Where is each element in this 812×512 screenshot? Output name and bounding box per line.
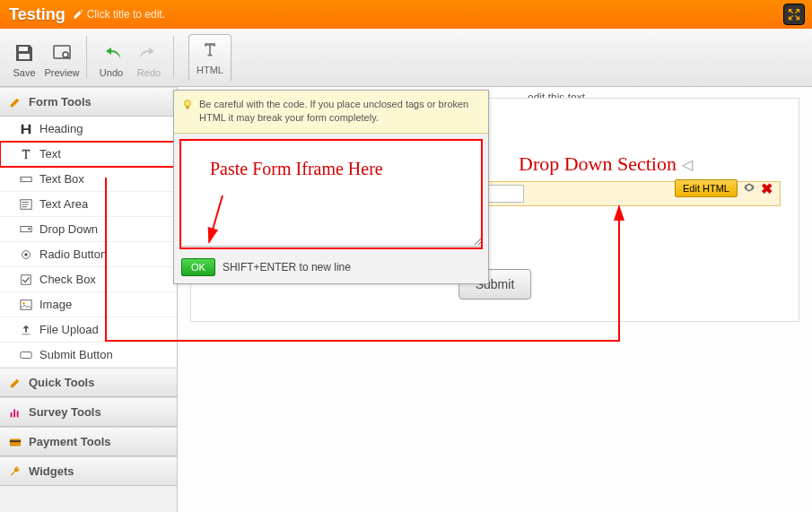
svg-rect-12: [10, 438, 21, 446]
sidebar-item-checkbox[interactable]: Check Box: [0, 267, 177, 292]
popup-footer: OK SHIFT+ENTER to new line: [174, 255, 488, 283]
shift-enter-hint: SHIFT+ENTER to new line: [223, 261, 351, 273]
chart-icon: [9, 406, 22, 419]
svg-rect-9: [21, 299, 31, 309]
svg-rect-8: [22, 274, 31, 284]
field-tools: Edit HTML ✖: [675, 179, 773, 197]
svg-rect-0: [24, 48, 26, 50]
sidebar-item-dropdown[interactable]: Drop Down: [0, 217, 177, 242]
checkbox-icon: [20, 273, 32, 286]
edit-html-button[interactable]: Edit HTML: [675, 179, 738, 197]
section-quick-tools[interactable]: Quick Tools: [0, 368, 177, 397]
sidebar-item-textarea[interactable]: Text Area: [0, 192, 177, 217]
annotation-dropdown: Drop Down Section ◁: [519, 152, 693, 176]
app-header: Testing Click title to edit.: [0, 0, 812, 29]
section-form-tools[interactable]: Form Tools: [0, 87, 177, 117]
section-widgets[interactable]: Widgets: [0, 456, 177, 486]
form-canvas: edit this text... Drop Down Section ◁ Ed…: [178, 87, 812, 512]
upload-icon: [20, 324, 32, 336]
form-title[interactable]: Testing: [9, 5, 65, 24]
svg-rect-13: [10, 440, 21, 442]
svg-point-14: [185, 100, 191, 107]
sidebar-item-submit[interactable]: Submit Button: [0, 343, 177, 368]
preview-icon: [51, 42, 73, 64]
redo-icon: [138, 42, 160, 64]
redo-button[interactable]: Redo: [130, 37, 168, 78]
ok-button[interactable]: OK: [181, 258, 215, 276]
svg-point-7: [24, 253, 28, 256]
collapse-icon: ◁: [682, 156, 693, 173]
pencil-icon: [9, 96, 22, 108]
sidebar-item-heading[interactable]: Heading: [0, 117, 177, 142]
dropdown-icon: [20, 223, 32, 236]
wrench-icon: [9, 465, 22, 478]
text-icon: [20, 148, 32, 161]
sidebar-item-fileupload[interactable]: File Upload: [0, 317, 177, 343]
sidebar: Form Tools Heading Text Text Box Text Ar…: [0, 87, 178, 512]
button-icon: [20, 349, 32, 361]
section-survey-tools[interactable]: Survey Tools: [0, 397, 177, 427]
html-editor-popup: Be careful with the code. If you place u…: [173, 90, 489, 284]
html-textarea[interactable]: [179, 139, 483, 247]
form-tools-list: Heading Text Text Box Text Area Drop Dow…: [0, 117, 177, 368]
main-area: Form Tools Heading Text Text Box Text Ar…: [0, 87, 812, 512]
gear-icon[interactable]: [743, 181, 755, 196]
delete-icon[interactable]: ✖: [761, 180, 773, 197]
sidebar-item-image[interactable]: Image: [0, 292, 177, 317]
toolbar: Save Preview Undo Redo HTML: [0, 29, 812, 87]
sidebar-item-radio[interactable]: Radio Button: [0, 242, 177, 267]
svg-point-10: [22, 301, 25, 304]
undo-button[interactable]: Undo: [92, 37, 130, 78]
textbox-icon: [20, 173, 32, 186]
expand-icon: [788, 8, 800, 21]
lightbulb-icon: [181, 99, 194, 111]
heading-icon: [20, 123, 32, 135]
toolbar-separator: [86, 36, 87, 79]
image-icon: [20, 299, 32, 311]
radio-icon: [20, 248, 32, 261]
warning-banner: Be careful with the code. If you place u…: [174, 91, 488, 134]
sidebar-item-text[interactable]: Text: [0, 142, 177, 167]
text-icon: [201, 40, 219, 58]
toolbar-separator: [173, 36, 174, 79]
svg-rect-11: [21, 351, 31, 358]
section-payment-tools[interactable]: Payment Tools: [0, 427, 177, 456]
textarea-wrap: Paste Form Iframe Here: [174, 134, 488, 255]
svg-rect-15: [186, 107, 189, 109]
payment-icon: [9, 436, 22, 448]
pencil-icon: [9, 377, 22, 389]
preview-button[interactable]: Preview: [43, 37, 81, 78]
sidebar-item-textbox[interactable]: Text Box: [0, 167, 177, 192]
undo-icon: [100, 42, 122, 64]
save-icon: [13, 42, 35, 64]
edit-title-hint: Click title to edit.: [73, 8, 165, 21]
pencil-icon: [73, 9, 83, 20]
expand-button[interactable]: [783, 4, 805, 25]
html-mode-button[interactable]: HTML: [188, 34, 231, 81]
textarea-icon: [20, 198, 32, 211]
save-button[interactable]: Save: [5, 37, 43, 78]
